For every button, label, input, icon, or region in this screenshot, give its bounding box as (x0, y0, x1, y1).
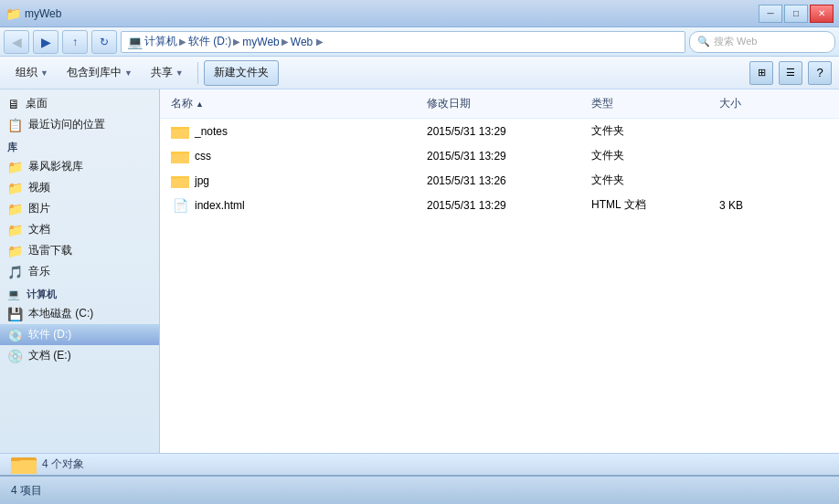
close-button[interactable]: ✕ (810, 5, 834, 23)
sidebar-media-label: 暴风影视库 (28, 159, 83, 174)
sidebar-item-drive-d[interactable]: 💿 软件 (D:) (0, 324, 159, 345)
toolbar-right: ⊞ ☰ ? (749, 61, 832, 85)
help-button[interactable]: ? (808, 61, 832, 85)
include-library-button[interactable]: 包含到库中 ▼ (58, 60, 141, 86)
file-name: jpg (195, 174, 209, 187)
file-type: 文件夹 (591, 123, 624, 139)
table-row[interactable]: _notes 2015/5/31 13:29 文件夹 (160, 119, 839, 143)
sidebar-item-recent[interactable]: 📋 最近访问的位置 (0, 114, 159, 135)
titlebar-folder-icon: 📁 (5, 6, 21, 21)
breadcrumb-icon: 💻 (127, 35, 143, 49)
column-type-label: 类型 (591, 96, 613, 111)
table-row[interactable]: css 2015/5/31 13:29 文件夹 (160, 143, 839, 168)
column-name-label: 名称 (171, 96, 193, 111)
svg-rect-14 (11, 457, 21, 461)
file-name-cell: _notes (167, 121, 423, 142)
column-modified[interactable]: 修改日期 (423, 93, 588, 114)
file-size: 3 KB (719, 199, 743, 212)
media-icon: 📁 (7, 160, 23, 174)
sidebar-video-label: 视频 (28, 180, 50, 195)
sidebar-item-documents[interactable]: 📁 文档 (0, 219, 159, 240)
breadcrumb-part-2[interactable]: 软件 (D:) (188, 34, 231, 49)
svg-rect-11 (171, 176, 178, 179)
sidebar-documents-label: 文档 (28, 222, 50, 237)
file-modified: 2015/5/31 13:26 (427, 174, 506, 187)
recent-icon: 📋 (7, 118, 23, 132)
file-name-cell: jpg (167, 171, 423, 191)
file-size-cell: 3 KB (716, 196, 807, 215)
file-type: 文件夹 (591, 173, 624, 188)
sidebar-item-pictures[interactable]: 📁 图片 (0, 198, 159, 219)
file-modified-cell: 2015/5/31 13:29 (423, 196, 588, 215)
drive-e-icon: 💿 (7, 349, 23, 363)
minimize-button[interactable]: ─ (759, 5, 782, 23)
organize-label: 组织 (16, 65, 37, 80)
file-size-cell (716, 178, 807, 184)
sidebar-item-music[interactable]: 🎵 音乐 (0, 261, 159, 282)
include-arrow: ▼ (124, 68, 133, 78)
svg-rect-3 (171, 127, 178, 130)
share-label: 共享 (151, 65, 173, 80)
music-icon: 🎵 (7, 265, 23, 279)
refresh-button[interactable]: ↻ (91, 30, 117, 54)
organize-arrow: ▼ (40, 68, 48, 78)
folder-icon (171, 173, 189, 188)
sidebar-recent-label: 最近访问的位置 (28, 117, 105, 132)
share-button[interactable]: 共享 ▼ (143, 60, 192, 86)
forward-button[interactable]: ▶ (33, 30, 58, 54)
breadcrumb[interactable]: 💻 计算机 ▶ 软件 (D:) ▶ myWeb ▶ Web ▶ (121, 31, 685, 53)
table-row[interactable]: jpg 2015/5/31 13:26 文件夹 (160, 168, 839, 193)
sidebar-item-thunder[interactable]: 📁 迅雷下载 (0, 240, 159, 261)
svg-rect-7 (171, 152, 178, 154)
file-type-cell: 文件夹 (588, 145, 716, 166)
sidebar-thunder-label: 迅雷下载 (28, 243, 72, 258)
share-arrow: ▼ (175, 68, 184, 78)
main-area: 🖥 桌面 📋 最近访问的位置 库 📁 暴风影视库 📁 视频 📁 图片 📁 文档 (0, 89, 839, 453)
computer-label: 计算机 (27, 289, 57, 299)
file-type: HTML 文档 (591, 197, 646, 213)
library-label: 库 (7, 142, 17, 152)
file-name-cell: 📄 index.html (167, 195, 423, 215)
breadcrumb-part-4[interactable]: Web (291, 36, 313, 48)
file-size-cell (716, 153, 807, 159)
up-button[interactable]: ↑ (62, 30, 88, 54)
column-name[interactable]: 名称 ▲ (167, 93, 423, 114)
sidebar-item-drive-c[interactable]: 💾 本地磁盘 (C:) (0, 303, 159, 324)
file-modified: 2015/5/31 13:29 (427, 125, 506, 138)
desktop-icon: 🖥 (7, 97, 20, 111)
video-icon: 📁 (7, 181, 23, 195)
view-toggle-button[interactable]: ⊞ (749, 61, 773, 85)
breadcrumb-part-3[interactable]: myWeb (242, 36, 279, 48)
sidebar-item-drive-e[interactable]: 💿 文档 (E:) (0, 345, 159, 366)
breadcrumb-part-1[interactable]: 计算机 (144, 34, 177, 49)
maximize-button[interactable]: □ (784, 5, 808, 23)
sidebar-drive-e-label: 文档 (E:) (28, 348, 71, 363)
sidebar: 🖥 桌面 📋 最近访问的位置 库 📁 暴风影视库 📁 视频 📁 图片 📁 文档 (0, 89, 160, 453)
view-details-button[interactable]: ☰ (779, 61, 802, 85)
file-type-cell: 文件夹 (588, 121, 716, 142)
sidebar-item-desktop[interactable]: 🖥 桌面 (0, 93, 159, 114)
back-button[interactable]: ◀ (4, 30, 29, 54)
search-bar[interactable]: 🔍 搜索 Web (689, 31, 835, 53)
organize-button[interactable]: 组织 ▼ (7, 60, 57, 86)
sidebar-item-video[interactable]: 📁 视频 (0, 177, 159, 198)
drive-d-icon: 💿 (7, 328, 23, 342)
sidebar-music-label: 音乐 (28, 264, 50, 279)
file-modified-cell: 2015/5/31 13:29 (423, 122, 588, 141)
file-type-cell: 文件夹 (588, 170, 716, 191)
titlebar-left: 📁 myWeb (5, 6, 61, 21)
file-modified: 2015/5/31 13:29 (427, 150, 506, 163)
svg-rect-6 (171, 153, 189, 163)
sidebar-pictures-label: 图片 (28, 201, 50, 216)
file-modified-cell: 2015/5/31 13:26 (423, 172, 588, 190)
column-type[interactable]: 类型 (588, 93, 716, 114)
file-type: 文件夹 (591, 148, 624, 163)
folder-icon (171, 124, 189, 139)
table-row[interactable]: 📄 index.html 2015/5/31 13:29 HTML 文档 3 K… (160, 193, 839, 217)
new-folder-button[interactable]: 新建文件夹 (204, 60, 279, 86)
column-size[interactable]: 大小 (716, 93, 807, 114)
column-size-label: 大小 (719, 96, 741, 111)
file-size-cell (716, 129, 807, 134)
bottombar-count: 4 项目 (11, 483, 42, 499)
sidebar-item-media[interactable]: 📁 暴风影视库 (0, 156, 159, 177)
